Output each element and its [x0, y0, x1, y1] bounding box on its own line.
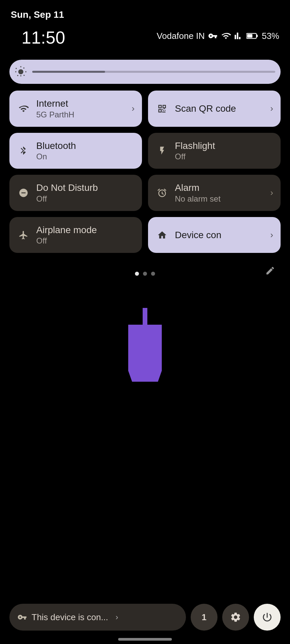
- signal-icon: [234, 31, 243, 41]
- quick-settings-grid: Internet 5G ParthH › Scan QR code › Blue…: [0, 91, 290, 253]
- airplane-title: Airplane mode: [36, 224, 97, 236]
- qr-icon: [155, 104, 169, 114]
- brightness-icon: [15, 66, 27, 78]
- bottom-bar: This device is con... › 1: [9, 604, 281, 631]
- dot-2: [143, 272, 147, 276]
- scan-qr-text: Scan QR code: [175, 103, 236, 114]
- device-control-title: Device con: [175, 229, 222, 241]
- notification-count: 1: [202, 612, 206, 623]
- settings-button[interactable]: [222, 604, 249, 631]
- internet-arrow: ›: [132, 103, 135, 114]
- settings-icon: [230, 611, 241, 623]
- bluetooth-subtitle: On: [36, 152, 76, 161]
- scan-qr-arrow: ›: [270, 103, 273, 114]
- alarm-arrow: ›: [270, 187, 273, 198]
- alarm-subtitle: No alarm set: [175, 194, 221, 204]
- vpn-arrow-icon: ›: [115, 612, 118, 622]
- battery-icon: [246, 32, 258, 40]
- device-control-tile[interactable]: Device con ›: [148, 217, 281, 253]
- status-icons: Vodafone IN 53%: [157, 31, 279, 41]
- power-button[interactable]: [254, 604, 281, 631]
- airplane-subtitle: Off: [36, 236, 97, 246]
- dnd-title: Do Not Disturb: [36, 182, 98, 194]
- airplane-text: Airplane mode Off: [36, 224, 97, 246]
- wifi-icon: [221, 31, 231, 41]
- power-icon: [261, 611, 273, 623]
- dot-3: [151, 272, 155, 276]
- notification-count-button[interactable]: 1: [191, 604, 218, 631]
- edit-icon[interactable]: [265, 266, 275, 278]
- status-date: Sun, Sep 11: [11, 9, 64, 20]
- vpn-label: This device is con...: [32, 612, 108, 623]
- bluetooth-text: Bluetooth On: [36, 140, 76, 162]
- status-time: 11:50: [11, 24, 76, 48]
- internet-icon: [17, 104, 30, 114]
- alarm-title: Alarm: [175, 182, 221, 194]
- bluetooth-title: Bluetooth: [36, 140, 76, 152]
- airplane-tile[interactable]: Airplane mode Off: [9, 217, 142, 253]
- dot-1: [135, 272, 139, 276]
- dnd-text: Do Not Disturb Off: [36, 182, 98, 204]
- home-bar: [118, 638, 172, 641]
- flashlight-title: Flashlight: [175, 140, 215, 152]
- carrier-label: Vodafone IN: [157, 31, 205, 41]
- svg-rect-2: [247, 34, 252, 38]
- svg-rect-1: [257, 35, 258, 37]
- flashlight-tile[interactable]: Flashlight Off: [148, 133, 281, 169]
- brightness-track[interactable]: [32, 71, 275, 73]
- flashlight-subtitle: Off: [175, 152, 215, 161]
- alarm-icon: [155, 188, 169, 198]
- battery-percent: 53%: [262, 31, 279, 41]
- dnd-tile[interactable]: Do Not Disturb Off: [9, 175, 142, 211]
- alarm-tile[interactable]: Alarm No alarm set ›: [148, 175, 281, 211]
- scan-qr-tile[interactable]: Scan QR code ›: [148, 91, 281, 127]
- bluetooth-tile[interactable]: Bluetooth On: [9, 133, 142, 169]
- device-control-text: Device con: [175, 229, 222, 241]
- alarm-text: Alarm No alarm set: [175, 182, 221, 204]
- vpn-button[interactable]: This device is con... ›: [9, 604, 186, 631]
- internet-text: Internet 5G ParthH: [36, 98, 74, 119]
- internet-tile[interactable]: Internet 5G ParthH ›: [9, 91, 142, 127]
- scan-qr-title: Scan QR code: [175, 103, 236, 114]
- internet-subtitle: 5G ParthH: [36, 110, 74, 119]
- flashlight-text: Flashlight Off: [175, 140, 215, 162]
- home-icon: [155, 230, 169, 240]
- device-control-arrow: ›: [270, 230, 273, 240]
- bluetooth-icon: [17, 146, 30, 156]
- dnd-icon: [17, 188, 30, 198]
- flashlight-icon: [155, 146, 169, 156]
- vpn-key-bottom-icon: [17, 612, 27, 622]
- internet-title: Internet: [36, 98, 74, 109]
- vpn-key-icon: [208, 31, 218, 41]
- page-indicator: [0, 262, 290, 281]
- brightness-slider[interactable]: [9, 60, 281, 84]
- dnd-subtitle: Off: [36, 194, 98, 204]
- purple-arrow: [0, 308, 290, 382]
- airplane-icon: [17, 230, 30, 240]
